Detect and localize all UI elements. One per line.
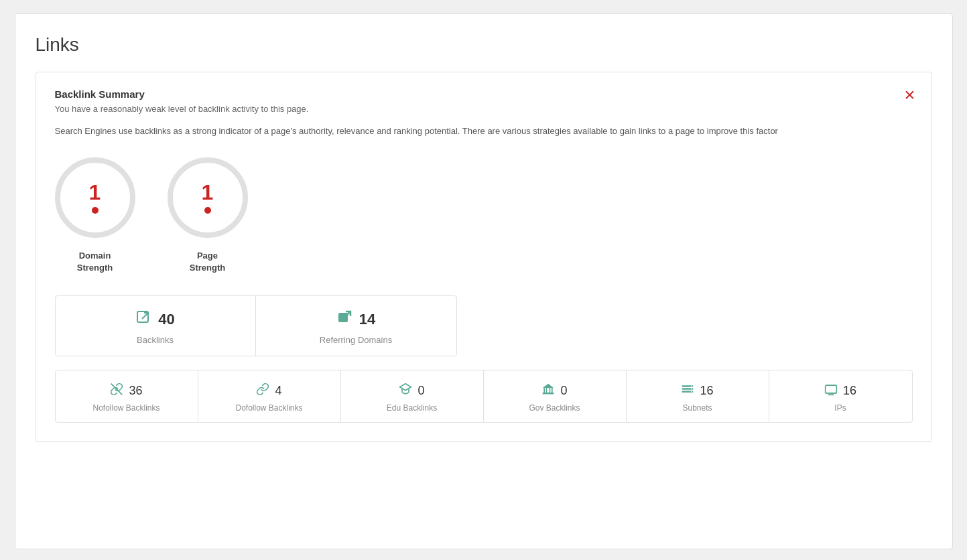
gov-label: Gov Backlinks <box>529 403 580 413</box>
nofollow-icon <box>110 382 123 399</box>
dofollow-value: 4 <box>275 384 281 398</box>
domain-strength-gauge: 1 <box>55 157 135 238</box>
card-subtitle: You have a reasonably weak level of back… <box>55 104 913 114</box>
backlinks-cell: 40 Backlinks <box>56 296 256 356</box>
subnets-label: Subnets <box>682 403 712 413</box>
gov-value: 0 <box>560 384 567 398</box>
card-title: Backlink Summary <box>55 88 913 100</box>
stats-bottom-bar: 36 Nofollow Backlinks 4 Dofollow Backlin… <box>55 370 913 423</box>
svg-rect-18 <box>826 385 837 393</box>
svg-rect-6 <box>543 393 554 395</box>
nofollow-cell: 36 Nofollow Backlinks <box>56 370 198 422</box>
dofollow-label: Dofollow Backlinks <box>235 403 302 413</box>
domain-strength-label: Domain Strength <box>77 250 113 274</box>
nofollow-value: 36 <box>129 384 142 398</box>
gov-cell: 0 Gov Backlinks <box>484 370 627 422</box>
domain-strength-dot <box>92 207 99 214</box>
page-strength-gauge: 1 <box>168 157 248 238</box>
subnets-cell: 16 Subnets <box>627 370 769 422</box>
page-strength-item: 1 Page Strength <box>168 157 248 274</box>
svg-point-16 <box>691 389 692 390</box>
dofollow-cell: 4 Dofollow Backlinks <box>198 370 341 422</box>
edu-label: Edu Backlinks <box>387 403 437 413</box>
dofollow-icon <box>256 382 269 399</box>
gov-icon <box>541 382 555 399</box>
svg-rect-7 <box>544 389 545 393</box>
domains-value: 14 <box>359 311 375 328</box>
circles-row: 1 Domain Strength 1 Page Strength <box>55 157 913 274</box>
svg-rect-2 <box>338 313 348 322</box>
edu-cell: 0 Edu Backlinks <box>341 370 484 422</box>
svg-rect-8 <box>546 389 547 393</box>
backlinks-icon <box>135 309 151 330</box>
subnets-value: 16 <box>700 384 713 398</box>
backlink-summary-card: × Backlink Summary You have a reasonably… <box>36 72 932 442</box>
svg-marker-11 <box>543 384 554 389</box>
backlinks-label: Backlinks <box>137 335 174 345</box>
card-description-text: Search Engines use backlinks as a strong… <box>55 126 778 136</box>
ips-icon <box>824 382 838 399</box>
domain-strength-value: 1 <box>89 182 101 203</box>
domain-strength-item: 1 Domain Strength <box>55 157 135 274</box>
svg-point-15 <box>691 386 692 387</box>
ips-value: 16 <box>843 384 856 398</box>
svg-line-1 <box>142 313 147 319</box>
svg-rect-9 <box>550 389 551 393</box>
domains-icon <box>336 309 352 330</box>
ips-cell: 16 IPs <box>769 370 912 422</box>
svg-rect-10 <box>552 389 553 393</box>
backlinks-value: 40 <box>158 311 174 328</box>
card-description: Search Engines use backlinks as a strong… <box>55 125 913 139</box>
edu-icon <box>399 382 412 399</box>
subnets-icon <box>681 382 694 399</box>
svg-point-17 <box>691 391 692 393</box>
main-container: Links × Backlink Summary You have a reas… <box>15 13 953 549</box>
ips-label: IPs <box>834 403 846 413</box>
domains-value-row: 14 <box>336 309 375 330</box>
referring-domains-cell: 14 Referring Domains <box>256 296 456 356</box>
stats-top-grid: 40 Backlinks 14 Referring Domains <box>55 295 457 356</box>
backlinks-value-row: 40 <box>135 309 174 330</box>
domains-label: Referring Domains <box>320 335 392 345</box>
page-strength-value: 1 <box>202 182 214 203</box>
page-strength-dot <box>204 207 211 214</box>
nofollow-label: Nofollow Backlinks <box>92 403 159 413</box>
page-strength-label: Page Strength <box>190 250 225 274</box>
close-button[interactable]: × <box>904 86 915 104</box>
edu-value: 0 <box>417 384 424 398</box>
page-title: Links <box>36 34 932 56</box>
